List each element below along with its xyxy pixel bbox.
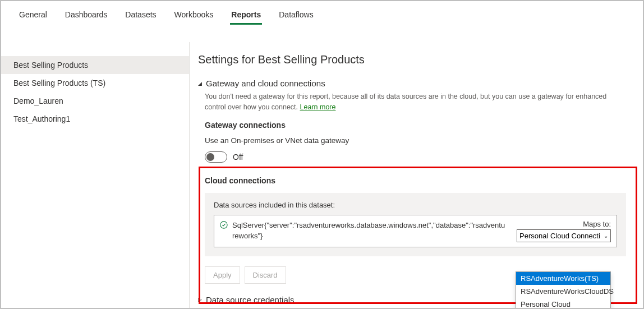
sidebar-item-test-authoring1[interactable]: Test_Authoring1 (1, 110, 189, 128)
tab-datasets[interactable]: Datasets (124, 7, 157, 25)
chevron-down-icon: ⌄ (604, 233, 608, 239)
gateway-toggle-label: Off (233, 153, 243, 162)
caret-right-icon: ▷ (198, 297, 202, 302)
sidebar-item-best-selling-products[interactable]: Best Selling Products (1, 56, 189, 74)
page-title: Settings for Best Selling Products (198, 53, 626, 66)
credentials-section-title: Data source credentials (206, 295, 295, 305)
tab-dashboards[interactable]: Dashboards (64, 7, 109, 25)
gateway-description: You don't need a gateway for this report… (198, 91, 626, 113)
main-panel: Settings for Best Selling Products ◢ Gat… (189, 42, 643, 309)
report-list-sidebar: Best Selling Products Best Selling Produ… (1, 25, 189, 309)
tab-general[interactable]: General (18, 7, 48, 25)
sidebar-item-demo-lauren[interactable]: Demo_Lauren (1, 92, 189, 110)
tab-dataflows[interactable]: Dataflows (278, 7, 314, 25)
toggle-knob-icon (206, 153, 214, 161)
apply-button[interactable]: Apply (205, 266, 240, 284)
datasource-row: SqlServer{"server":"rsadventureworks.dat… (214, 215, 617, 247)
maps-to-value: Personal Cloud Connecti (519, 232, 600, 240)
tab-workbooks[interactable]: Workbooks (173, 7, 215, 25)
dropdown-option-personal-cloud[interactable]: Personal Cloud Connection (516, 298, 610, 309)
maps-to-dropdown: RSAdventureWorks(TS) RSAdventureWorksClo… (516, 271, 611, 309)
dropdown-option-rsadventureworks-clouds[interactable]: RSAdventureWorksCloudDS (516, 285, 610, 298)
gateway-toggle[interactable] (205, 151, 227, 163)
cloud-connections-title: Cloud connections (205, 176, 626, 185)
check-circle-icon (220, 221, 228, 231)
gateway-connections-title: Gateway connections (198, 121, 626, 130)
gateway-section-title: Gateway and cloud connections (206, 79, 325, 88)
gateway-section-header[interactable]: ◢ Gateway and cloud connections (198, 79, 626, 88)
maps-to-select[interactable]: Personal Cloud Connecti ⌄ (517, 229, 611, 242)
learn-more-link[interactable]: Learn more (300, 103, 336, 111)
tab-reports[interactable]: Reports (230, 7, 262, 25)
discard-button[interactable]: Discard (245, 266, 286, 284)
caret-down-icon: ◢ (198, 81, 202, 86)
main-tabs: General Dashboards Datasets Workbooks Re… (1, 1, 643, 25)
cloud-connections-box: Data sources included in this dataset: S… (205, 193, 626, 256)
datasources-label: Data sources included in this dataset: (214, 201, 617, 209)
gateway-connections-desc: Use an On-premises or VNet data gateway (198, 136, 626, 145)
dropdown-option-rsadventureworks-ts[interactable]: RSAdventureWorks(TS) (516, 272, 610, 285)
maps-to-label: Maps to: (583, 220, 611, 228)
sidebar-item-best-selling-products-ts[interactable]: Best Selling Products (TS) (1, 74, 189, 92)
datasource-text: SqlServer{"server":"rsadventureworks.dat… (232, 220, 512, 242)
